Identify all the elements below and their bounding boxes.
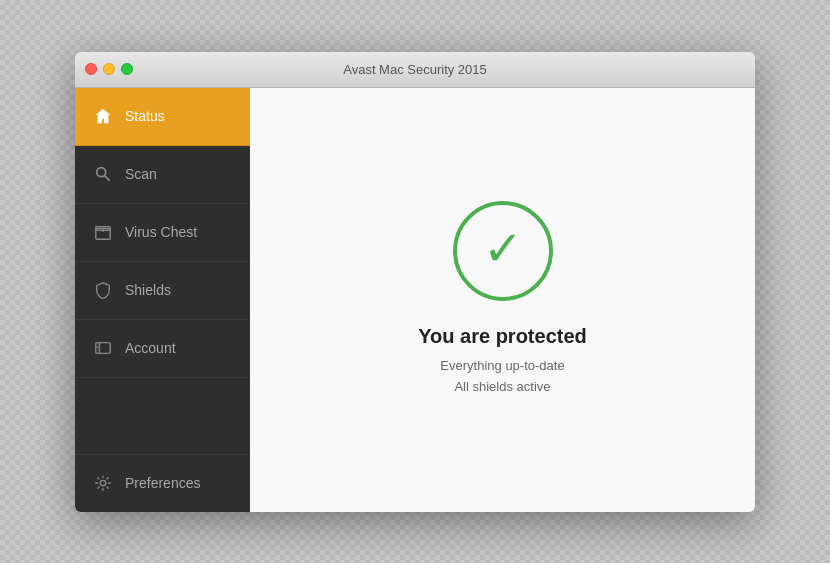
sidebar-label-shields: Shields — [125, 282, 171, 298]
status-description: Everything up-to-date All shields active — [440, 356, 564, 398]
main-content: ✓ You are protected Everything up-to-dat… — [250, 88, 755, 512]
close-button[interactable] — [85, 63, 97, 75]
sidebar-item-virus-chest[interactable]: Virus Chest — [75, 204, 250, 262]
minimize-button[interactable] — [103, 63, 115, 75]
titlebar: Avast Mac Security 2015 — [75, 52, 755, 88]
app-window: Avast Mac Security 2015 Status — [75, 52, 755, 512]
search-icon — [93, 164, 113, 184]
sidebar-item-scan[interactable]: Scan — [75, 146, 250, 204]
checkmark-icon: ✓ — [483, 225, 523, 273]
sidebar-item-shields[interactable]: Shields — [75, 262, 250, 320]
status-circle: ✓ — [453, 201, 553, 301]
window-body: Status Scan — [75, 88, 755, 512]
status-title: You are protected — [418, 325, 587, 348]
window-title: Avast Mac Security 2015 — [343, 62, 487, 77]
sidebar-label-preferences: Preferences — [125, 475, 200, 491]
account-icon — [93, 338, 113, 358]
sidebar-item-preferences[interactable]: Preferences — [75, 454, 250, 512]
svg-rect-5 — [96, 343, 110, 354]
status-line-2: All shields active — [454, 379, 550, 394]
window-controls — [85, 63, 133, 75]
maximize-button[interactable] — [121, 63, 133, 75]
sidebar-label-status: Status — [125, 108, 165, 124]
svg-point-8 — [100, 480, 105, 485]
gear-icon — [93, 473, 113, 493]
svg-line-1 — [105, 176, 110, 181]
svg-point-7 — [97, 346, 99, 348]
sidebar: Status Scan — [75, 88, 250, 512]
shield-icon — [93, 280, 113, 300]
home-icon — [93, 106, 113, 126]
status-line-1: Everything up-to-date — [440, 358, 564, 373]
sidebar-label-virus-chest: Virus Chest — [125, 224, 197, 240]
chest-icon — [93, 222, 113, 242]
sidebar-item-status[interactable]: Status — [75, 88, 250, 146]
sidebar-label-scan: Scan — [125, 166, 157, 182]
sidebar-item-account[interactable]: Account — [75, 320, 250, 378]
sidebar-spacer — [75, 378, 250, 454]
sidebar-label-account: Account — [125, 340, 176, 356]
